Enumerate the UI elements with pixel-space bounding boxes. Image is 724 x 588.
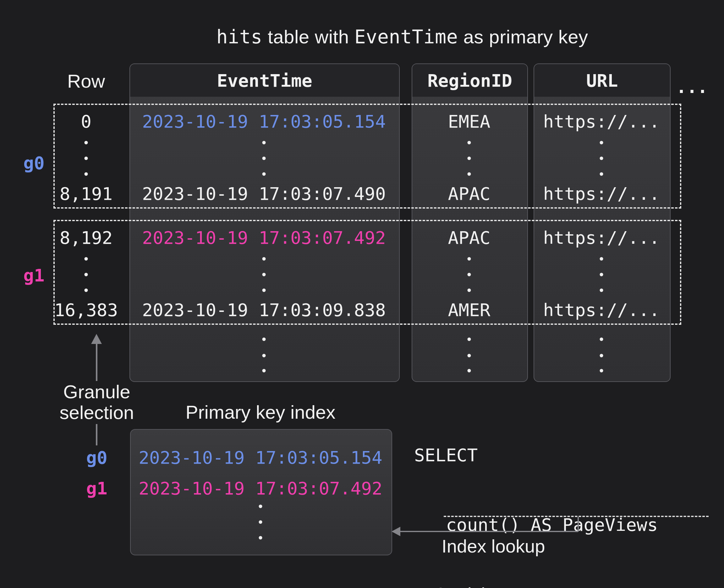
granule-selection-label-line1: Granule: [63, 381, 130, 403]
row-column-header: Row: [67, 70, 105, 92]
pki-g0-label: g0: [86, 447, 107, 468]
g1-row-first: 8,192: [60, 227, 113, 248]
granule-selection-arrow-shaft: [96, 342, 98, 381]
g1-time-last: 2023-10-19 17:03:09.838: [142, 300, 386, 320]
granule-g1-label: g1: [23, 265, 44, 286]
pki-g0-value: 2023-10-19 17:03:05.154: [139, 447, 382, 468]
more-columns-ellipsis: ...: [676, 77, 708, 97]
index-lookup-connector-vertical: [578, 517, 579, 531]
g0-time-first: 2023-10-19 17:03:05.154: [142, 111, 386, 132]
g0-url-last: https://...: [543, 184, 660, 204]
granule-g0-label: g0: [23, 153, 44, 173]
sql-query: SELECT count() AS PageViews FROM hits WH…: [414, 397, 690, 588]
column-header-eventtime: EventTime: [130, 64, 399, 97]
index-lookup-connector-horizontal: [398, 531, 578, 532]
g1-url-last: https://...: [543, 300, 660, 320]
sql-line-from: FROM hits: [414, 583, 690, 588]
g1-row-last: 16,383: [54, 300, 118, 320]
sql-line-select: SELECT: [414, 443, 690, 467]
g1-time-first: 2023-10-19 17:03:07.492: [142, 227, 386, 248]
index-lookup-label: Index lookup: [442, 536, 545, 556]
page-title: hits table with EventTime as primary key: [80, 26, 724, 48]
where-clause-underline: [444, 516, 709, 517]
title-eventtime-code: EventTime: [354, 26, 458, 48]
g1-region-first: APAC: [448, 227, 491, 248]
column-header-regionid: RegionID: [412, 64, 527, 97]
diagram-canvas: hits table with EventTime as primary key…: [0, 0, 724, 588]
primary-key-index-title: Primary key index: [186, 401, 336, 423]
g0-url-first: https://...: [543, 111, 660, 132]
title-text-2: as primary key: [458, 26, 588, 47]
title-text-1: table with: [262, 26, 354, 47]
g0-row-last: 8,191: [60, 184, 113, 204]
column-header-url: URL: [534, 64, 670, 97]
title-hits-code: hits: [216, 26, 262, 48]
granule-selection-label-line2: selection: [60, 402, 134, 423]
granule-selection-arrow-shaft-lower: [96, 424, 98, 445]
pki-g1-label: g1: [86, 478, 107, 499]
g0-region-last: APAC: [448, 184, 491, 204]
g0-time-last: 2023-10-19 17:03:07.490: [142, 184, 386, 204]
g1-region-last: AMER: [448, 300, 491, 320]
g0-row-first: 0: [81, 111, 91, 132]
g1-url-first: https://...: [543, 227, 660, 248]
pki-g1-value: 2023-10-19 17:03:07.492: [139, 478, 382, 499]
g0-region-first: EMEA: [448, 111, 491, 132]
index-lookup-arrowhead-icon: [392, 527, 400, 536]
